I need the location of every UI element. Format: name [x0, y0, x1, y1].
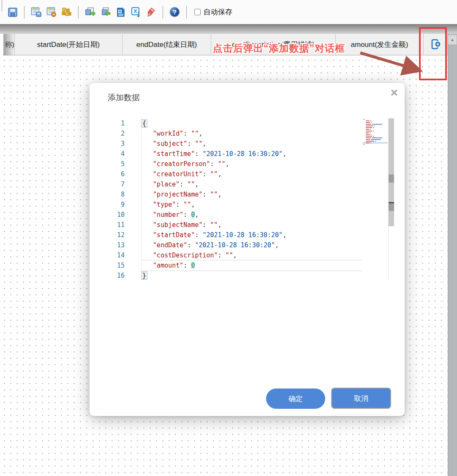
line-number: 16 — [114, 271, 125, 281]
export-data-icon[interactable] — [84, 6, 96, 18]
excel-template-icon[interactable] — [115, 6, 126, 18]
add-record-icon — [429, 38, 442, 51]
line-number: 4 — [114, 149, 125, 159]
line-number: 10 — [114, 210, 125, 220]
line-number: 3 — [114, 139, 125, 149]
code-line: 13 "endDate": "2021-10-28 16:30:20", — [114, 240, 391, 250]
line-number: 7 — [114, 179, 125, 189]
code-line: 1{ — [114, 118, 391, 129]
close-icon[interactable]: × — [390, 86, 398, 99]
code-line: 11 "subjectName": "", — [114, 220, 391, 230]
add-record-button[interactable] — [424, 34, 448, 55]
toolbar-separator — [78, 6, 79, 19]
code-line: 5 "creatorPerson": "", — [114, 159, 391, 169]
toolbar-separator — [186, 6, 187, 19]
code-line: 4 "startTime": "2021-10-28 16:30:20", — [114, 149, 391, 159]
editor-scrollbar[interactable] — [389, 118, 394, 226]
line-number: 8 — [114, 189, 125, 200]
toolbar-separator — [163, 6, 163, 19]
code-line: 10 "number": 0, — [114, 210, 391, 220]
cells-icon[interactable] — [61, 6, 72, 18]
code-lines: 1{2 "workId": "",3 "subject": "",4 "star… — [114, 118, 391, 281]
toolbar-separator — [24, 6, 24, 19]
panel-edge-line — [2, 0, 2, 11]
editor-scroll-marker — [389, 175, 394, 183]
help-icon[interactable]: ? — [169, 6, 180, 18]
line-number: 1 — [114, 118, 125, 129]
code-line: 6 "creatorUnit": "", — [114, 169, 391, 179]
column-header-enddate: endDate(结束日期) — [122, 34, 211, 55]
line-number: 11 — [114, 220, 125, 230]
table-delete-row-icon[interactable] — [46, 6, 57, 18]
dialog-title: 添加数据 — [108, 92, 140, 103]
annotation-text: 点击后弹出“添加数据”对话框 — [213, 42, 345, 55]
splitter-band — [0, 24, 457, 34]
table-save-icon[interactable] — [30, 6, 42, 18]
line-number: 14 — [114, 250, 125, 260]
scroll-up-button[interactable]: ▲ — [448, 35, 457, 44]
code-line: 12 "startDate": "2021-10-28 16:30:20", — [114, 230, 391, 240]
line-number: 15 — [114, 260, 125, 271]
column-header-fragment: 称) — [3, 34, 15, 55]
vertical-scrollbar[interactable] — [448, 34, 457, 476]
minimap-row — [362, 144, 388, 145]
column-header-amount: amount(发生金额) — [336, 34, 424, 55]
code-line: 2 "workId": "", — [114, 129, 391, 139]
line-number: 13 — [114, 240, 125, 250]
confirm-button[interactable]: 确定 — [266, 388, 325, 409]
line-number: 9 — [114, 200, 125, 210]
add-data-dialog: 添加数据 × 1{2 "workId": "",3 "subject": "",… — [90, 83, 405, 416]
code-line: 3 "subject": "", — [114, 139, 391, 149]
clear-icon[interactable] — [145, 6, 157, 18]
up-arrow-icon: ▲ — [451, 38, 454, 42]
import-data-icon[interactable] — [100, 6, 111, 18]
save-icon[interactable] — [7, 6, 18, 18]
line-number: 2 — [114, 129, 125, 139]
code-line: 15 "amount": 0 — [114, 260, 391, 271]
autosave-toggle[interactable]: 自动保存 — [194, 7, 232, 17]
excel-export-icon[interactable]: X — [130, 6, 141, 18]
line-number: 6 — [114, 169, 125, 179]
autosave-label: 自动保存 — [204, 7, 232, 17]
code-line: 14 "costDescription": "", — [114, 250, 391, 260]
line-number: 5 — [114, 159, 125, 169]
column-header-startdate: startDate(开始日期) — [15, 34, 122, 55]
editor-minimap[interactable] — [362, 118, 388, 146]
cancel-button[interactable]: 取消 — [331, 388, 391, 409]
svg-text:X: X — [133, 8, 137, 14]
line-number: 12 — [114, 230, 125, 240]
autosave-checkbox[interactable] — [194, 9, 201, 15]
code-line: 8 "projectName": "", — [114, 189, 391, 200]
toolbar: X ? 自动保存 — [0, 0, 457, 24]
code-line: 7 "place": "", — [114, 179, 391, 189]
code-line: 9 "type": "", — [114, 200, 391, 210]
code-line: 16} — [114, 271, 391, 281]
svg-text:?: ? — [173, 8, 177, 16]
editor-cursor-marker — [389, 202, 394, 211]
json-code-editor[interactable]: 1{2 "workId": "",3 "subject": "",4 "star… — [114, 118, 391, 282]
